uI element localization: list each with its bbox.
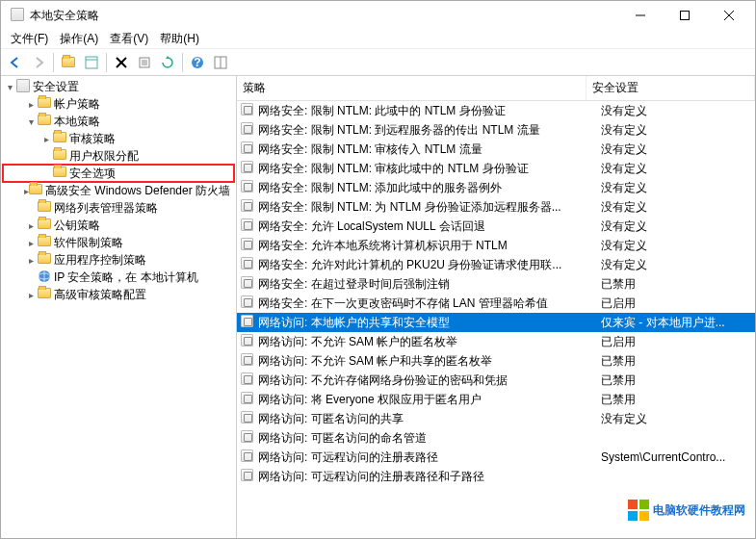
tree-item-label: 网络列表管理器策略 xyxy=(54,200,158,217)
tree-item[interactable]: ▸高级安全 Windows Defender 防火墙 xyxy=(3,182,234,199)
cell-policy: 网络安全: 在超过登录时间后强制注销 xyxy=(258,276,601,293)
list-row[interactable]: 网络访问: 可匿名访问的共享没有定义 xyxy=(237,409,755,428)
cell-policy: 网络安全: 限制 NTLM: 此域中的 NTLM 身份验证 xyxy=(258,103,601,119)
cell-setting: 仅来宾 - 对本地用户进... xyxy=(601,315,755,331)
tree-item[interactable]: ▸高级审核策略配置 xyxy=(3,286,234,303)
list-row[interactable]: 网络安全: 限制 NTLM: 为 NTLM 身份验证添加远程服务器...没有定义 xyxy=(237,197,755,217)
maximize-button[interactable] xyxy=(663,1,707,30)
cell-policy: 网络安全: 限制 NTLM: 到远程服务器的传出 NTLM 流量 xyxy=(258,122,601,139)
cell-setting: 没有定义 xyxy=(601,257,755,273)
help-button[interactable]: ? xyxy=(187,52,208,73)
list-row[interactable]: 网络安全: 允许本地系统将计算机标识用于 NTLM没有定义 xyxy=(237,236,755,255)
cell-setting: 已启用 xyxy=(601,295,755,312)
tree-item[interactable]: ▾本地策略 xyxy=(3,113,234,130)
refresh-button[interactable] xyxy=(157,52,178,73)
policy-icon xyxy=(241,334,254,349)
list-row[interactable]: 网络访问: 将 Everyone 权限应用于匿名用户已禁用 xyxy=(237,390,755,409)
cell-setting: 已禁用 xyxy=(601,353,755,370)
policy-icon xyxy=(241,392,254,407)
titlebar: 本地安全策略 xyxy=(1,1,755,30)
tree-item[interactable]: ▸审核策略 xyxy=(3,130,234,147)
folder-icon xyxy=(53,149,66,163)
export-button[interactable] xyxy=(134,52,155,73)
cell-policy: 网络访问: 不允许存储网络身份验证的密码和凭据 xyxy=(258,372,601,389)
list-row[interactable]: 网络安全: 限制 NTLM: 审核此域中的 NTLM 身份验证没有定义 xyxy=(237,159,755,178)
menubar: 文件(F) 操作(A) 查看(V) 帮助(H) xyxy=(1,30,755,49)
list-row[interactable]: 网络安全: 在超过登录时间后强制注销已禁用 xyxy=(237,274,755,294)
up-button[interactable] xyxy=(58,52,79,73)
column-setting[interactable]: 安全设置 xyxy=(587,76,755,100)
menu-action[interactable]: 操作(A) xyxy=(54,29,104,49)
tree-item-label: IP 安全策略，在 本地计算机 xyxy=(54,270,198,286)
cell-setting: 没有定义 xyxy=(601,199,755,216)
list-row[interactable]: 网络安全: 允许 LocalSystem NULL 会话回退没有定义 xyxy=(237,217,755,236)
folder-icon xyxy=(29,184,42,197)
list-row[interactable]: 网络访问: 可匿名访问的命名管道 xyxy=(237,428,755,448)
cell-policy: 网络访问: 不允许 SAM 帐户的匿名枚举 xyxy=(258,334,601,350)
menu-file[interactable]: 文件(F) xyxy=(5,29,54,49)
list-row[interactable]: 网络访问: 可远程访问的注册表路径和子路径 xyxy=(237,467,755,486)
tree-item[interactable]: ▸应用程序控制策略 xyxy=(3,251,234,269)
cell-setting: System\CurrentContro... xyxy=(601,450,755,464)
cell-setting: 没有定义 xyxy=(601,180,755,196)
list-row[interactable]: 网络访问: 不允许 SAM 帐户的匿名枚举已启用 xyxy=(237,332,755,351)
folder-icon xyxy=(38,236,51,249)
list-body[interactable]: 网络安全: 限制 NTLM: 此域中的 NTLM 身份验证没有定义网络安全: 限… xyxy=(237,101,755,538)
list-row[interactable]: 网络安全: 在下一次更改密码时不存储 LAN 管理器哈希值已启用 xyxy=(237,294,755,313)
cell-policy: 网络安全: 限制 NTLM: 添加此域中的服务器例外 xyxy=(258,180,601,196)
tree-item[interactable]: 用户权限分配 xyxy=(3,147,234,165)
delete-button[interactable] xyxy=(111,52,132,73)
list-row[interactable]: 网络安全: 限制 NTLM: 此域中的 NTLM 身份验证没有定义 xyxy=(237,101,755,120)
policy-icon xyxy=(241,238,254,253)
policy-icon xyxy=(241,315,254,330)
list-row[interactable]: 网络安全: 限制 NTLM: 添加此域中的服务器例外没有定义 xyxy=(237,178,755,197)
menu-help[interactable]: 帮助(H) xyxy=(154,29,205,49)
tree-item-label: 用户权限分配 xyxy=(69,148,139,165)
tree-item[interactable]: 网络列表管理器策略 xyxy=(3,199,234,217)
properties-button[interactable] xyxy=(210,52,231,73)
tree-item[interactable]: IP 安全策略，在 本地计算机 xyxy=(3,269,234,286)
folder-icon xyxy=(38,253,51,267)
policy-icon xyxy=(241,141,254,157)
list-row[interactable]: 网络访问: 本地帐户的共享和安全模型仅来宾 - 对本地用户进... xyxy=(237,313,755,332)
cell-policy: 网络访问: 不允许 SAM 帐户和共享的匿名枚举 xyxy=(258,353,601,370)
close-button[interactable] xyxy=(707,1,751,30)
policy-icon xyxy=(241,430,254,446)
policy-icon xyxy=(241,449,254,465)
tree-item[interactable]: 安全选项 xyxy=(3,165,234,182)
list-row[interactable]: 网络访问: 不允许存储网络身份验证的密码和凭据已禁用 xyxy=(237,371,755,390)
list-row[interactable]: 网络安全: 允许对此计算机的 PKU2U 身份验证请求使用联...没有定义 xyxy=(237,255,755,274)
show-console-button[interactable] xyxy=(81,52,102,73)
tree-item[interactable]: ▸软件限制策略 xyxy=(3,234,234,251)
cell-policy: 网络安全: 限制 NTLM: 审核传入 NTLM 流量 xyxy=(258,141,601,158)
list-row[interactable]: 网络安全: 限制 NTLM: 到远程服务器的传出 NTLM 流量没有定义 xyxy=(237,120,755,140)
policy-icon xyxy=(241,180,254,195)
cell-policy: 网络访问: 可匿名访问的命名管道 xyxy=(258,430,601,447)
folder-icon xyxy=(38,201,51,215)
cell-policy: 网络安全: 允许对此计算机的 PKU2U 身份验证请求使用联... xyxy=(258,257,601,273)
policy-icon xyxy=(241,353,254,369)
tree-root[interactable]: ▾安全设置 xyxy=(3,78,234,95)
cell-policy: 网络访问: 可远程访问的注册表路径 xyxy=(258,449,601,466)
tree-item-label: 安全选项 xyxy=(69,166,116,182)
folder-icon xyxy=(53,132,66,145)
column-policy[interactable]: 策略 xyxy=(237,76,587,100)
back-button[interactable] xyxy=(5,52,26,73)
list-row[interactable]: 网络访问: 可远程访问的注册表路径System\CurrentContro... xyxy=(237,448,755,467)
tree-pane[interactable]: ▾安全设置▸帐户策略▾本地策略▸审核策略用户权限分配安全选项▸高级安全 Wind… xyxy=(1,76,237,538)
forward-button[interactable] xyxy=(28,52,49,73)
toolbar: ? xyxy=(1,49,755,76)
list-row[interactable]: 网络访问: 不允许 SAM 帐户和共享的匿名枚举已禁用 xyxy=(237,351,755,371)
policy-icon xyxy=(241,103,254,118)
policy-icon xyxy=(241,257,254,272)
cell-setting: 没有定义 xyxy=(601,141,755,158)
minimize-button[interactable] xyxy=(618,1,663,30)
tree-item[interactable]: ▸帐户策略 xyxy=(3,95,234,113)
tree-item-label: 应用程序控制策略 xyxy=(54,252,146,269)
tree-item-label: 帐户策略 xyxy=(54,96,100,113)
list-row[interactable]: 网络安全: 限制 NTLM: 审核传入 NTLM 流量没有定义 xyxy=(237,140,755,159)
cell-setting: 已禁用 xyxy=(601,276,755,293)
tree-item[interactable]: ▸公钥策略 xyxy=(3,217,234,234)
policy-icon xyxy=(241,199,254,215)
menu-view[interactable]: 查看(V) xyxy=(104,29,154,49)
